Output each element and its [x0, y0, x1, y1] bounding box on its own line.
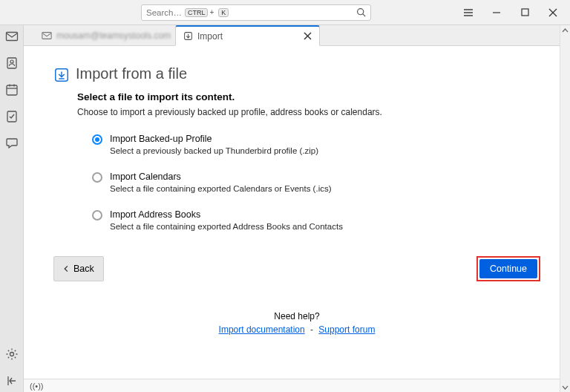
svg-line-1 [363, 14, 365, 16]
kbd-plus: + [209, 8, 214, 16]
mail-icon[interactable] [5, 30, 19, 43]
continue-highlight: Continue [476, 256, 540, 281]
menu-icon[interactable] [463, 7, 474, 18]
radio[interactable] [92, 210, 102, 220]
option-backed-up-profile[interactable]: Import Backed-up Profile Select a previo… [92, 134, 540, 155]
help-need: Need help? [24, 311, 570, 321]
option-label: Import Address Books [110, 209, 343, 220]
sidebar [0, 25, 24, 392]
tab-import[interactable]: Import [175, 25, 320, 46]
status-bar: ((•)) [24, 379, 570, 392]
settings-icon[interactable] [5, 347, 19, 361]
search-input[interactable]: Search… CTRL + K [141, 4, 371, 21]
content-area: Import from a file Select a file to impo… [24, 46, 570, 379]
search-placeholder: Search… [146, 8, 182, 17]
svg-rect-6 [522, 9, 528, 16]
option-label: Import Backed-up Profile [110, 134, 318, 144]
scrollbar[interactable] [560, 25, 570, 392]
page-description: Choose to import a previously backed up … [77, 107, 540, 117]
collapse-icon[interactable] [5, 374, 19, 388]
account-tab-icon [42, 30, 52, 41]
tab-strip: mousam@teamsystools.com Import [24, 25, 570, 46]
option-desc: Select a file containing exported Addres… [110, 222, 343, 231]
page-title: Import from a file [76, 65, 187, 82]
svg-point-17 [10, 353, 13, 356]
tasks-icon[interactable] [5, 110, 19, 123]
minimize-button[interactable] [491, 7, 502, 18]
signal-icon: ((•)) [30, 382, 44, 391]
svg-point-11 [10, 60, 13, 63]
support-forum-link[interactable]: Support forum [318, 324, 375, 335]
back-label: Back [73, 264, 94, 274]
chevron-left-icon [63, 265, 70, 272]
help-sep: - [310, 324, 313, 335]
scroll-up-icon[interactable] [560, 25, 570, 36]
scroll-down-icon[interactable] [560, 382, 570, 392]
svg-rect-19 [42, 33, 51, 39]
page-subtitle: Select a file to import its content. [77, 91, 540, 102]
maximize-button[interactable] [520, 7, 530, 18]
import-page-icon [53, 67, 68, 82]
option-label: Import Calendars [110, 172, 332, 182]
address-book-icon[interactable] [5, 56, 19, 70]
option-address-books[interactable]: Import Address Books Select a file conta… [92, 209, 540, 231]
radio-selected[interactable] [92, 134, 102, 145]
import-documentation-link[interactable]: Import documentation [219, 324, 305, 335]
svg-point-0 [358, 9, 364, 15]
option-desc: Select a file containing exported Calend… [110, 184, 332, 193]
continue-button[interactable]: Continue [479, 259, 537, 278]
back-button[interactable]: Back [53, 256, 104, 281]
svg-rect-9 [6, 33, 17, 41]
title-toolbar: Search… CTRL + K [0, 0, 570, 25]
kbd-k: K [218, 8, 229, 17]
search-icon[interactable] [356, 7, 366, 17]
option-desc: Select a previously backed up Thunderbir… [110, 146, 318, 155]
tab-account[interactable]: mousam@teamsystools.com [34, 26, 175, 45]
radio[interactable] [92, 172, 102, 183]
import-tab-icon [183, 31, 193, 41]
tab-import-label: Import [197, 31, 223, 42]
tab-account-label: mousam@teamsystools.com [56, 30, 171, 41]
calendar-icon[interactable] [5, 83, 19, 97]
close-button[interactable] [548, 7, 558, 18]
tab-close-icon[interactable] [281, 32, 312, 40]
chat-icon[interactable] [5, 137, 19, 150]
kbd-ctrl: CTRL [185, 8, 209, 17]
option-calendars[interactable]: Import Calendars Select a file containin… [92, 172, 540, 193]
svg-rect-12 [7, 85, 17, 95]
